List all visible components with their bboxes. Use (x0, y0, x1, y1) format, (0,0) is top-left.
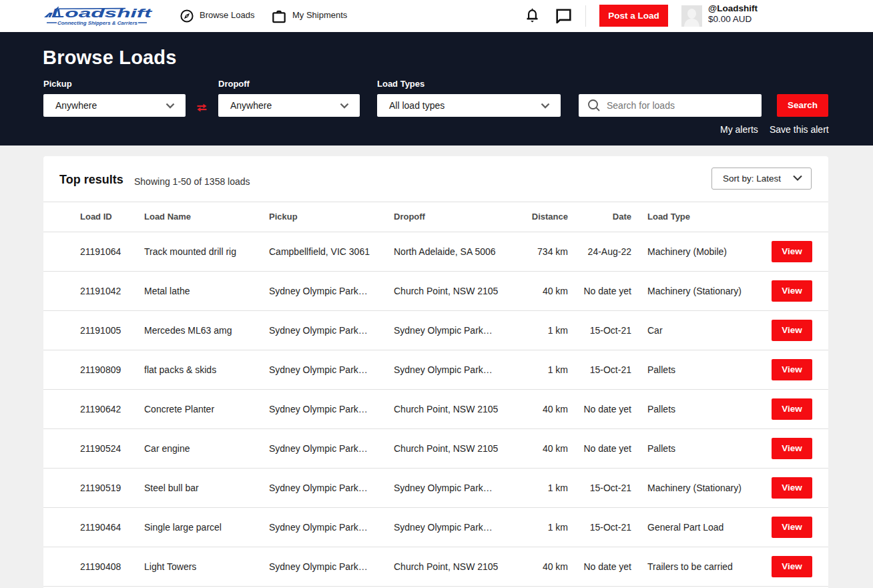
svg-text:Connecting Shippers & Carriers: Connecting Shippers & Carriers (57, 21, 137, 26)
